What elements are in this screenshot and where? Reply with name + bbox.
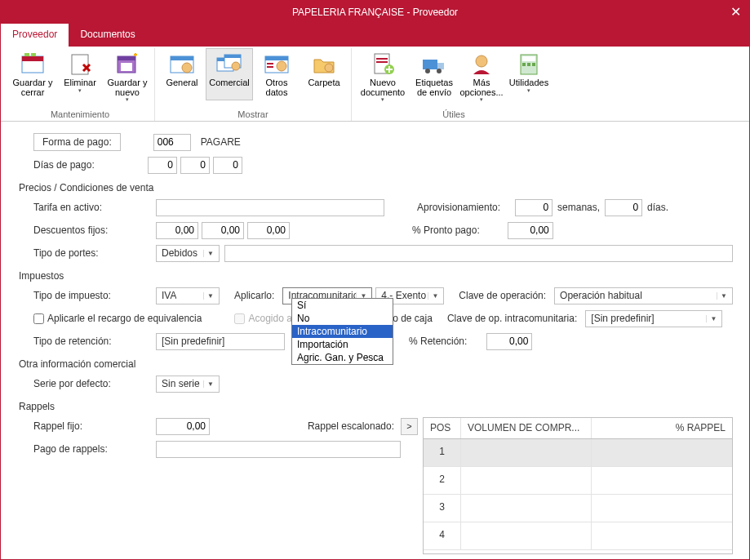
payment-method-code[interactable] xyxy=(153,134,191,151)
other-data-icon xyxy=(264,51,290,78)
tab-documentos[interactable]: Documentos xyxy=(69,24,146,47)
pay-day-2[interactable] xyxy=(180,157,210,174)
freight-text-input[interactable] xyxy=(224,245,733,262)
intra-key-label: Clave de op. intracomunitaria: xyxy=(447,313,577,324)
fixed-disc-2[interactable] xyxy=(202,222,244,239)
fixed-disc-1[interactable] xyxy=(156,222,198,239)
folder-icon xyxy=(311,51,337,78)
apply-option[interactable]: Sí xyxy=(292,299,393,312)
utilities-icon xyxy=(516,51,542,78)
rappel-header-vol[interactable]: VOLUMEN DE COMPR... xyxy=(461,418,592,438)
svg-point-10 xyxy=(182,63,192,73)
svg-rect-33 xyxy=(522,63,526,66)
ret-type-combo[interactable]: [Sin predefinir]▼ xyxy=(156,333,285,350)
tab-proveedor[interactable]: Proveedor xyxy=(1,24,69,47)
svg-point-21 xyxy=(325,64,333,72)
more-options-button[interactable]: Más opciones... ▾ xyxy=(458,48,505,106)
general-button[interactable]: General xyxy=(158,48,206,100)
cash-criteria-checkbox: Acogido a xyxy=(234,313,291,324)
tax-type-combo[interactable]: IVA▼ xyxy=(156,287,220,304)
table-row[interactable]: 3 xyxy=(424,495,732,522)
pay-days-label: Días de pago: xyxy=(17,159,148,171)
save-new-button[interactable]: Guardar y nuevo ▾ xyxy=(104,48,151,106)
pay-day-1[interactable] xyxy=(148,157,177,174)
apply-label: Aplicarlo: xyxy=(234,290,274,301)
delete-icon xyxy=(67,51,93,78)
new-doc-button[interactable]: Nuevo documento ▾ xyxy=(355,48,411,106)
close-icon[interactable]: ✕ xyxy=(730,4,741,20)
ship-labels-button[interactable]: Etiquetas de envío xyxy=(411,48,458,106)
svg-rect-2 xyxy=(24,53,29,56)
svg-rect-20 xyxy=(267,66,273,68)
weeks-suffix: semanas, xyxy=(557,202,600,213)
intra-key-combo[interactable]: [Sin predefinir]▼ xyxy=(585,310,722,327)
svg-rect-3 xyxy=(31,53,36,56)
rappel-step-button[interactable]: > xyxy=(401,418,418,435)
rappel-header-pct[interactable]: % RAPPEL xyxy=(592,418,732,438)
supply-days[interactable] xyxy=(605,199,642,216)
svg-rect-32 xyxy=(522,56,535,61)
rappel-header-pos[interactable]: POS xyxy=(424,418,461,438)
prompt-pay-label: % Pronto pago: xyxy=(412,224,480,236)
op-key-combo[interactable]: Operación habitual▼ xyxy=(554,287,733,304)
rappel-pay-label: Pago de rappels: xyxy=(33,443,156,455)
table-row[interactable]: 1 xyxy=(424,439,732,467)
supply-weeks[interactable] xyxy=(515,199,553,216)
folder-button[interactable]: Carpeta xyxy=(300,48,348,100)
delete-button[interactable]: Eliminar ▾ xyxy=(56,48,104,106)
nav-tabs: Proveedor Documentos xyxy=(1,24,749,47)
svg-rect-9 xyxy=(171,56,193,60)
ribbon-group-maintenance: Guardar y cerrar Eliminar ▾ Guardar y nu… xyxy=(6,48,155,121)
utilities-button[interactable]: Utilidades ▾ xyxy=(505,48,553,106)
chevron-down-icon: ▼ xyxy=(706,315,720,322)
apply-option[interactable]: Importación xyxy=(292,338,393,351)
equiv-surcharge-checkbox[interactable]: Aplicarle el recargo de equivalencia xyxy=(33,313,202,324)
commercial-button[interactable]: Comercial xyxy=(206,48,253,100)
supply-label: Aprovisionamiento: xyxy=(417,202,500,213)
group-label-maintenance: Mantenimiento xyxy=(51,109,109,121)
payment-method-name: PAGARE xyxy=(201,136,241,148)
ribbon: Guardar y cerrar Eliminar ▾ Guardar y nu… xyxy=(1,47,749,122)
ship-labels-icon xyxy=(421,51,447,78)
svg-rect-35 xyxy=(532,63,535,66)
svg-point-30 xyxy=(476,56,487,67)
payment-method-label: Forma de pago: xyxy=(33,133,121,151)
chevron-down-icon: ▼ xyxy=(203,380,217,388)
svg-point-28 xyxy=(425,69,430,73)
prompt-pay-input[interactable] xyxy=(508,222,553,239)
svg-rect-27 xyxy=(437,63,444,69)
other-data-button[interactable]: Otros datos xyxy=(253,48,300,100)
apply-option[interactable]: Intracomunitario xyxy=(292,325,393,338)
group-label-show: Mostrar xyxy=(237,109,268,121)
rappels-section-header: Rappels xyxy=(17,401,733,412)
table-row[interactable]: 4 xyxy=(424,522,732,550)
freight-combo[interactable]: Debidos▼ xyxy=(156,245,220,262)
chevron-down-icon: ▼ xyxy=(717,292,730,300)
tariff-label: Tarifa en activo: xyxy=(17,202,156,213)
apply-option[interactable]: No xyxy=(292,312,393,325)
tax-type-label: Tipo de impuesto: xyxy=(17,290,156,301)
new-doc-icon xyxy=(370,51,396,78)
rappel-pay-input[interactable] xyxy=(156,441,401,458)
series-combo[interactable]: Sin serie▼ xyxy=(156,376,220,393)
fixed-disc-3[interactable] xyxy=(247,222,290,239)
ret-pct-input[interactable] xyxy=(486,333,532,350)
op-key-label: Clave de operación: xyxy=(459,290,546,301)
svg-rect-19 xyxy=(267,63,273,64)
fixed-disc-label: Descuentos fijos: xyxy=(17,224,156,236)
svg-rect-34 xyxy=(527,63,530,66)
table-row[interactable]: 2 xyxy=(424,467,732,495)
tariff-input[interactable] xyxy=(156,199,384,216)
apply-dropdown-list[interactable]: SíNoIntracomunitarioImportaciónAgric. Ga… xyxy=(291,298,393,365)
svg-rect-26 xyxy=(423,60,437,69)
apply-option[interactable]: Agric. Gan. y Pesca xyxy=(292,351,393,364)
save-new-icon xyxy=(114,51,140,78)
general-icon xyxy=(169,51,195,78)
svg-point-18 xyxy=(277,61,286,71)
chevron-down-icon: ▼ xyxy=(203,292,217,300)
fixed-rappel-input[interactable] xyxy=(156,418,210,435)
svg-rect-24 xyxy=(376,61,388,63)
chevron-down-icon: ▼ xyxy=(203,250,217,257)
pay-day-3[interactable] xyxy=(213,157,242,174)
save-close-button[interactable]: Guardar y cerrar xyxy=(9,48,56,106)
